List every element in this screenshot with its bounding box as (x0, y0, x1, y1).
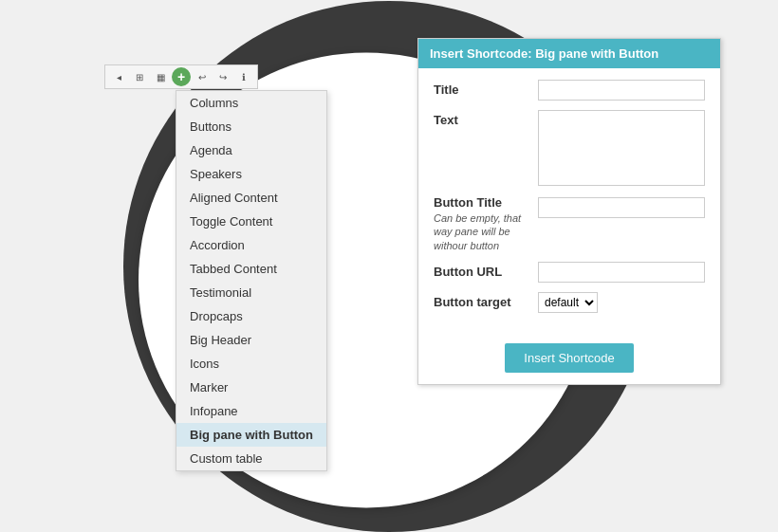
field-label-title: Title (434, 80, 538, 97)
toolbar-add-icon[interactable]: + (172, 67, 191, 86)
field-label-button-title: Button Title (434, 195, 538, 210)
field-label-button-url: Button URL (434, 262, 538, 279)
menu-item-big-pane-with-button[interactable]: Big pane with Button (176, 423, 326, 447)
menu-item-testimonial[interactable]: Testimonial (176, 281, 326, 304)
toolbar-grid-icon[interactable]: ⊞ (130, 67, 149, 86)
menu-item-infopane[interactable]: Infopane (176, 399, 326, 423)
menu-item-buttons[interactable]: Buttons (176, 115, 326, 138)
toolbar-table-icon[interactable]: ▦ (151, 67, 170, 86)
menu-item-dropcaps[interactable]: Dropcaps (176, 304, 326, 328)
field-row-button-title: Button Title Can be empty, that way pane… (434, 195, 705, 252)
field-input-button-title[interactable] (538, 197, 705, 218)
menu-item-marker[interactable]: Marker (176, 376, 326, 399)
menu-item-agenda[interactable]: Agenda (176, 138, 326, 162)
page-wrapper: ◂ ⊞ ▦ + ↩ ↪ ℹ Columns Buttons Agenda Spe… (0, 0, 778, 532)
menu-item-icons[interactable]: Icons (176, 352, 326, 376)
field-input-button-url[interactable] (538, 262, 705, 283)
field-row-text: Text (434, 110, 705, 186)
field-row-title: Title (434, 80, 705, 101)
dialog-footer: Insert Shortcode (418, 334, 720, 384)
insert-shortcode-button[interactable]: Insert Shortcode (505, 343, 633, 373)
menu-item-custom-table[interactable]: Custom table (176, 447, 326, 470)
field-label-button-target: Button target (434, 292, 538, 309)
field-select-button-target[interactable]: default (538, 292, 598, 313)
field-label-text: Text (434, 110, 538, 127)
dialog-title: Insert Shortcode: Big pane with Button (430, 46, 658, 61)
field-label-stack-button-title: Button Title Can be empty, that way pane… (434, 195, 538, 252)
toolbar-undo-icon[interactable]: ↩ (193, 67, 212, 86)
toolbar-redo-icon[interactable]: ↪ (213, 67, 232, 86)
insert-shortcode-dialog: Insert Shortcode: Big pane with Button T… (417, 38, 721, 385)
menu-item-accordion[interactable]: Accordion (176, 233, 326, 257)
field-sublabel-button-title: Can be empty, that way pane will be with… (434, 211, 538, 252)
toolbar-info-icon[interactable]: ℹ (234, 67, 253, 86)
menu-item-toggle-content[interactable]: Toggle Content (176, 210, 326, 233)
shortcode-dropdown-menu: Columns Buttons Agenda Speakers Aligned … (176, 90, 327, 471)
dialog-title-bar: Insert Shortcode: Big pane with Button (418, 39, 720, 68)
menu-item-speakers[interactable]: Speakers (176, 162, 326, 186)
dialog-body: Title Text Button Title Can be empty, th… (418, 68, 720, 334)
field-input-title[interactable] (538, 80, 705, 101)
toolbar: ◂ ⊞ ▦ + ↩ ↪ ℹ (104, 64, 258, 89)
menu-item-tabbed-content[interactable]: Tabbed Content (176, 257, 326, 281)
field-row-button-target: Button target default (434, 292, 705, 313)
menu-item-columns[interactable]: Columns (176, 91, 326, 115)
menu-item-big-header[interactable]: Big Header (176, 328, 326, 352)
toolbar-arrow-icon[interactable]: ◂ (109, 67, 128, 86)
field-textarea-text[interactable] (538, 110, 705, 186)
field-row-button-url: Button URL (434, 262, 705, 283)
menu-item-aligned-content[interactable]: Aligned Content (176, 186, 326, 210)
field-select-wrapper-button-target: default (538, 292, 598, 313)
